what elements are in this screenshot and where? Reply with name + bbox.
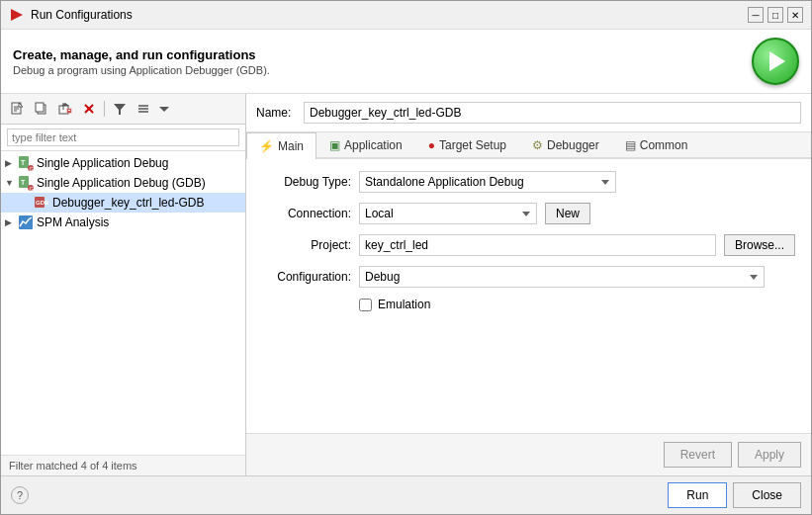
filter-button[interactable]	[109, 98, 131, 120]
svg-marker-15	[114, 104, 126, 115]
right-panel: Name: ⚡ Main ▣ Application ● Target Setu…	[246, 94, 811, 475]
window: Run Configurations ─ □ ✕ Create, manage,…	[0, 0, 812, 515]
help-button[interactable]: ?	[11, 486, 29, 504]
action-buttons: Revert Apply	[664, 442, 801, 468]
header-section: Create, manage, and run configurations D…	[1, 30, 811, 94]
minimize-button[interactable]: ─	[748, 7, 764, 23]
tab-common[interactable]: ▤ Common	[612, 132, 701, 157]
run-triangle	[769, 51, 785, 71]
list-item[interactable]: GDB Debugger_key_ctrl_led-GDB	[1, 193, 245, 213]
list-item[interactable]: ▶ T G Single Application Debug	[1, 153, 245, 173]
delete-icon	[82, 102, 96, 116]
header-text: Create, manage, and run configurations D…	[13, 47, 270, 76]
app-icon	[9, 7, 25, 23]
svg-text:G: G	[30, 166, 35, 172]
application-tab-icon: ▣	[329, 138, 340, 152]
list-item[interactable]: ▼ T G Single Application Debug (GDB)	[1, 173, 245, 193]
debug-type-select[interactable]: Standalone Application Debug Remote Appl…	[359, 171, 616, 193]
single-app-debug-icon: T G	[18, 155, 34, 171]
maximize-button[interactable]: □	[767, 7, 783, 23]
expand-arrow-spm: ▶	[5, 217, 15, 227]
title-bar-left: Run Configurations	[9, 7, 133, 23]
single-app-debug-label: Single Application Debug	[37, 156, 168, 170]
svg-text:G: G	[30, 186, 35, 192]
tabs-row: ⚡ Main ▣ Application ● Target Setup ⚙ De…	[246, 132, 811, 159]
emulation-checkbox[interactable]	[359, 299, 372, 311]
toolbar-separator	[104, 101, 105, 117]
title-bar: Run Configurations ─ □ ✕	[1, 1, 811, 30]
name-row: Name:	[246, 94, 811, 132]
delete-button[interactable]	[78, 98, 100, 120]
configuration-row: Configuration: Debug Release	[262, 266, 795, 288]
list-item[interactable]: ▶ SPM Analysis	[1, 213, 245, 232]
apply-button[interactable]: Apply	[738, 442, 801, 468]
name-label: Name:	[256, 106, 296, 120]
debug-type-label: Debug Type:	[262, 175, 351, 189]
close-button[interactable]: Close	[733, 482, 801, 508]
configuration-select[interactable]: Debug Release	[359, 266, 765, 288]
new-icon	[11, 102, 25, 116]
filter-icon	[113, 102, 127, 116]
tab-target-setup[interactable]: ● Target Setup	[415, 132, 519, 157]
new-config-button[interactable]	[7, 98, 29, 120]
export-icon	[58, 102, 72, 116]
svg-rect-7	[36, 103, 44, 112]
duplicate-button[interactable]	[31, 98, 52, 120]
export-button[interactable]	[54, 98, 76, 120]
connection-select[interactable]: Local Remote	[359, 203, 537, 224]
browse-button[interactable]: Browse...	[724, 234, 795, 256]
debugger-tab-icon: ⚙	[532, 138, 543, 152]
expand-arrow-gdb: ▼	[5, 178, 15, 188]
tab-application[interactable]: ▣ Application	[316, 132, 415, 157]
footer-buttons: Run Close	[668, 482, 801, 508]
filter-status: Filter matched 4 of 4 items	[1, 455, 245, 475]
svg-marker-0	[11, 9, 23, 21]
connection-row: Connection: Local Remote New	[262, 203, 795, 224]
project-label: Project:	[262, 238, 351, 252]
run-button[interactable]: Run	[668, 482, 727, 508]
expand-arrow-single-app: ▶	[5, 158, 15, 168]
debugger-tab-label: Debugger	[547, 138, 599, 152]
svg-text:T: T	[21, 159, 26, 166]
configuration-label: Configuration:	[262, 270, 351, 284]
debugger-key-icon: GDB	[34, 195, 49, 211]
filter-input[interactable]	[7, 129, 239, 146]
svg-text:T: T	[21, 179, 26, 186]
connection-label: Connection:	[262, 207, 351, 220]
left-toolbar	[1, 94, 245, 125]
debugger-key-label: Debugger_key_ctrl_led-GDB	[52, 196, 204, 210]
run-icon[interactable]	[752, 38, 799, 85]
emulation-label: Emulation	[378, 298, 430, 311]
revert-button[interactable]: Revert	[664, 442, 732, 468]
gdb-app-debug-label: Single Application Debug (GDB)	[37, 176, 206, 190]
duplicate-icon	[35, 102, 48, 116]
header-subtitle: Debug a program using Application Debugg…	[13, 64, 270, 76]
spm-analysis-label: SPM Analysis	[37, 215, 109, 229]
footer-bar: ? Run Close	[1, 475, 811, 514]
emulation-row: Emulation	[359, 298, 795, 311]
filter-container	[1, 125, 245, 151]
target-setup-tab-icon: ●	[428, 138, 435, 152]
header-title: Create, manage, and run configurations	[13, 47, 270, 62]
close-window-button[interactable]: ✕	[787, 7, 803, 23]
bottom-bar: Revert Apply	[246, 433, 811, 475]
new-connection-button[interactable]: New	[545, 203, 590, 224]
dropdown-arrow-icon	[159, 102, 169, 116]
debug-type-row: Debug Type: Standalone Application Debug…	[262, 171, 795, 193]
title-controls: ─ □ ✕	[748, 7, 803, 23]
project-input[interactable]	[359, 234, 716, 256]
svg-text:GDB: GDB	[36, 200, 49, 206]
dropdown-button[interactable]	[156, 98, 172, 120]
common-tab-icon: ▤	[625, 138, 636, 152]
application-tab-label: Application	[344, 138, 403, 152]
collapse-button[interactable]	[133, 98, 154, 120]
tree-container[interactable]: ▶ T G Single Application Debug ▼	[1, 151, 245, 455]
project-row: Project: Browse...	[262, 234, 795, 256]
tab-main[interactable]: ⚡ Main	[246, 132, 316, 159]
name-input[interactable]	[304, 102, 801, 124]
svg-marker-10	[61, 103, 69, 106]
tab-debugger[interactable]: ⚙ Debugger	[519, 132, 612, 157]
main-tab-label: Main	[278, 139, 304, 153]
spm-analysis-icon	[18, 215, 34, 230]
window-title: Run Configurations	[31, 8, 133, 22]
